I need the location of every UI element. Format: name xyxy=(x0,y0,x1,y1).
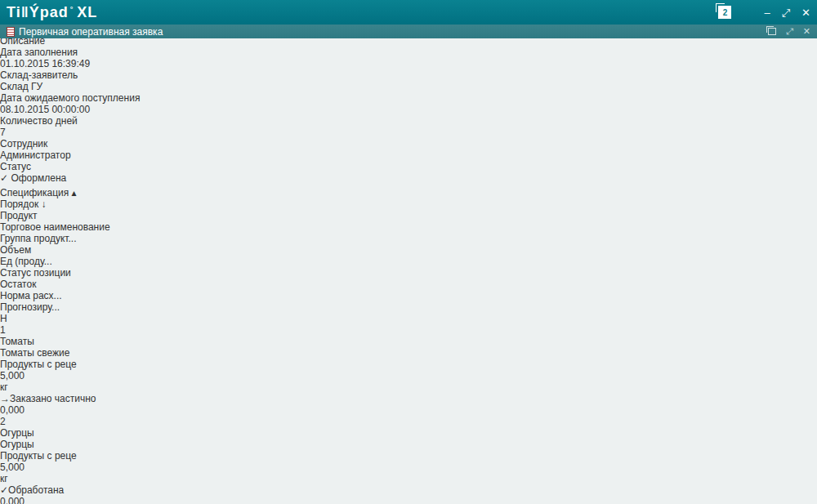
document-titlebar: Первичная оперативная заявка ⤢ ✕ xyxy=(0,25,817,38)
expected-date-field[interactable]: 08.10.2015 00:00:00 xyxy=(0,104,95,115)
cell-rest[interactable]: 0,000 xyxy=(0,496,817,504)
sort-desc-icon: ↓ xyxy=(42,198,47,210)
table-body: 1ТоматыТоматы свежиеПродукты с реце5,000… xyxy=(0,324,817,504)
table-row[interactable]: 2ОгурцыОгурцыПродукты с реце5,000кг✓Обра… xyxy=(0,416,817,504)
logo-suffix: XL xyxy=(77,4,97,21)
cell-trade-name[interactable]: Огурцы xyxy=(0,439,817,450)
status-icon: → xyxy=(0,393,10,404)
trade-name-text: Огурцы xyxy=(0,439,34,450)
group-name: Продукты с реце xyxy=(0,359,77,370)
collapse-specification-icon[interactable]: ▴ xyxy=(72,187,77,198)
cell-unit[interactable]: кг xyxy=(0,381,817,393)
header-order[interactable]: Порядок ↓ xyxy=(0,198,817,210)
header-trade-name[interactable]: Торговое наименование xyxy=(0,221,817,233)
cell-volume[interactable]: 5,000 xyxy=(0,370,817,381)
header-position-status[interactable]: Статус позиции xyxy=(0,267,817,279)
status-value: Оформлена xyxy=(11,172,66,184)
logo-degree-mark: ° xyxy=(70,5,74,13)
header-unit[interactable]: Ед (проду... xyxy=(0,256,817,267)
header-norm[interactable]: Норма расх... xyxy=(0,290,817,301)
cell-volume[interactable]: 5,000 xyxy=(0,462,817,473)
cell-status[interactable]: →Заказано частично xyxy=(0,393,817,404)
specification-section-title: Спецификация xyxy=(0,187,69,198)
status-field[interactable]: ✓ Оформлена xyxy=(0,172,817,184)
warehouse-label: Склад-заявитель xyxy=(0,69,817,81)
window-title: Первичная оперативная заявка xyxy=(19,26,163,38)
header-rest[interactable]: Остаток xyxy=(0,279,817,290)
employee-value: Администратор xyxy=(0,149,71,161)
header-clipped[interactable]: Н xyxy=(0,313,817,324)
close-icon[interactable]: ✕ xyxy=(801,7,810,18)
minimize-icon[interactable]: – xyxy=(764,7,770,18)
window-count-icon[interactable]: 2 xyxy=(718,6,731,19)
employee-label: Сотрудник xyxy=(0,138,817,149)
group-name: Продукты с реце xyxy=(0,450,77,462)
status-text: Заказано частично xyxy=(10,393,96,404)
status-label: Статус xyxy=(0,161,817,172)
header-group[interactable]: Группа продукт... xyxy=(0,233,817,244)
property-row-expected-date: Дата ожидаемого поступления 08.10.2015 0… xyxy=(0,92,817,138)
restore-icon[interactable]: ⤢ xyxy=(782,7,790,18)
fill-date-field[interactable]: 01.10.2015 16:39:49 xyxy=(0,58,95,69)
days-count-field[interactable]: 7 xyxy=(0,127,94,138)
grid-header-row: Порядок ↓ Продукт Торговое наименование … xyxy=(0,198,817,324)
unit-name: кг xyxy=(0,381,8,393)
header-forecast[interactable]: Прогнозиру... xyxy=(0,301,817,313)
days-count-label: Количество дней xyxy=(0,115,78,127)
fill-date-label: Дата заполнения xyxy=(0,47,817,58)
document-content: Свойства ▴ Номер 15 Описание xyxy=(0,0,817,504)
status-text: Обработана xyxy=(8,484,64,496)
specification-grid: Порядок ↓ Продукт Торговое наименование … xyxy=(0,198,817,504)
property-row-fill-date: Дата заполнения 01.10.2015 16:39:49 xyxy=(0,47,817,69)
employee-field[interactable]: Администратор xyxy=(0,149,817,161)
cell-group[interactable]: Продукты с реце xyxy=(0,359,817,370)
property-row-status: Статус ✓ Оформлена xyxy=(0,161,817,184)
expected-date-label: Дата ожидаемого поступления xyxy=(0,92,817,104)
header-product[interactable]: Продукт xyxy=(0,210,817,221)
fill-date-value: 01.10.2015 16:39:49 xyxy=(0,58,90,69)
app-titlebar: Ti‖Ýpad ° XL 2 – ⤢ ✕ xyxy=(0,0,817,25)
status-icon: ✓ xyxy=(0,484,8,496)
property-row-employee: Сотрудник Администратор xyxy=(0,138,817,161)
expected-date-value: 08.10.2015 00:00:00 xyxy=(0,104,90,115)
unit-name: кг xyxy=(0,473,8,484)
days-count-label-cell: Количество дней xyxy=(0,115,114,127)
float-window-icon[interactable] xyxy=(768,28,776,35)
cell-product[interactable]: Томаты xyxy=(0,336,817,347)
logo-name: Ti‖Ýpad xyxy=(7,4,69,21)
app-logo: Ti‖Ýpad ° XL xyxy=(7,4,97,21)
product-name: Томаты xyxy=(0,336,34,347)
doc-restore-icon[interactable]: ⤢ xyxy=(786,27,793,36)
warehouse-field[interactable]: Склад ГУ xyxy=(0,81,817,92)
cell-status[interactable]: ✓Обработана xyxy=(0,484,817,496)
specification-section-header[interactable]: Спецификация ▴ xyxy=(0,187,817,198)
cell-unit[interactable]: кг xyxy=(0,473,817,484)
status-check-icon: ✓ xyxy=(0,172,8,184)
doc-close-icon[interactable]: ✕ xyxy=(803,27,810,36)
trade-name-text: Томаты свежие xyxy=(0,347,69,359)
document-icon xyxy=(7,27,15,37)
cell-rest[interactable]: 0,000 xyxy=(0,404,817,416)
header-volume[interactable]: Объем xyxy=(0,244,817,256)
warehouse-value: Склад ГУ xyxy=(0,81,42,92)
days-count-value: 7 xyxy=(0,127,6,138)
product-name: Огурцы xyxy=(0,427,34,439)
cell-group[interactable]: Продукты с реце xyxy=(0,450,817,462)
cell-order[interactable]: 1 xyxy=(0,324,817,336)
cell-order[interactable]: 2 xyxy=(0,416,817,427)
cell-product[interactable]: Огурцы xyxy=(0,427,817,439)
property-row-warehouse: Склад-заявитель Склад ГУ xyxy=(0,69,817,92)
table-row[interactable]: 1ТоматыТоматы свежиеПродукты с реце5,000… xyxy=(0,324,817,416)
cell-trade-name[interactable]: Томаты свежие xyxy=(0,347,817,359)
